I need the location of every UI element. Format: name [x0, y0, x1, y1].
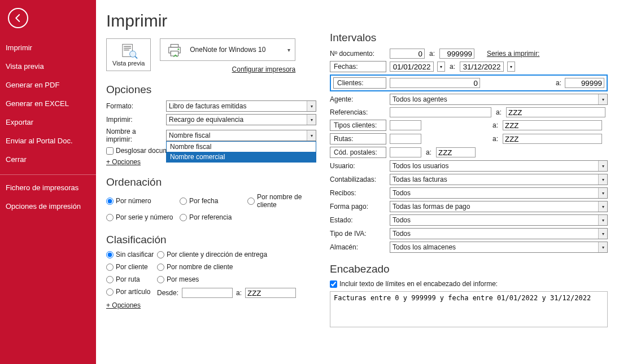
contab-value: Todas las facturas	[393, 176, 447, 183]
fechas-button[interactable]: Fechas:	[330, 61, 386, 72]
configure-printer-link[interactable]: Configurar impresora	[160, 65, 295, 73]
a-label: a:	[496, 108, 502, 116]
codpostales-button[interactable]: Cód. postales:	[330, 147, 386, 158]
left-column: Imprimir Vista previa	[106, 8, 316, 356]
cls-desde-label: Desde:	[157, 289, 178, 297]
nombre-dropdown[interactable]: Nombre fiscal ▾ Nombre fiscal Nombre com…	[166, 130, 316, 141]
ref-from-input[interactable]	[390, 107, 491, 117]
svg-point-8	[178, 49, 180, 50]
estado-value: Todos	[393, 216, 411, 224]
ord-radio-referencia[interactable]	[180, 214, 187, 221]
almacen-dropdown[interactable]: Todos los almacenes ▾	[390, 242, 608, 253]
vista-previa-button[interactable]: Vista previa	[106, 38, 151, 71]
tipoiva-dropdown[interactable]: Todos ▾	[390, 228, 608, 239]
imprimir-dropdown[interactable]: Recargo de equivalencia ▾	[166, 114, 316, 125]
ord-label-nombre: Por nombre de cliente	[257, 193, 316, 209]
back-button[interactable]	[8, 8, 28, 28]
cls-desde-input[interactable]	[182, 288, 233, 298]
arrow-left-icon	[13, 13, 23, 23]
contab-label: Contabilizadas:	[330, 176, 386, 183]
opciones-expand-link[interactable]: + Opciones	[106, 158, 141, 166]
sidebar-item-vista-previa[interactable]: Vista previa	[0, 57, 96, 76]
ndoc-label: Nº documento:	[330, 50, 386, 58]
chevron-down-icon: ▾	[287, 47, 290, 53]
fecha-from-picker[interactable]: ▾	[437, 62, 445, 72]
desglosar-label: Desglosar docum	[116, 147, 168, 155]
nombre-label: Nombre a imprimir:	[106, 128, 163, 143]
tipos-button[interactable]: Tipos clientes:	[330, 120, 386, 131]
a-label: a:	[426, 148, 431, 156]
sidebar-item-portal[interactable]: Enviar al Portal Doc.	[0, 131, 96, 150]
formato-value: Libro de facturas emitidas	[169, 102, 246, 110]
ndoc-to-input[interactable]	[439, 49, 474, 59]
cls-radio-meses[interactable]	[157, 276, 164, 283]
ord-radio-nombre[interactable]	[247, 198, 255, 205]
estado-dropdown[interactable]: Todos ▾	[390, 214, 608, 226]
ref-to-input[interactable]	[506, 107, 605, 117]
desglosar-checkbox[interactable]	[106, 147, 114, 155]
ord-radio-fecha[interactable]	[180, 198, 187, 205]
cls-a-input[interactable]	[245, 288, 296, 298]
recibos-dropdown[interactable]: Todos ▾	[390, 187, 608, 199]
clasificacion-heading: Clasificación	[106, 234, 316, 246]
a-label: a:	[492, 121, 498, 129]
series-link[interactable]: Series a imprimir:	[487, 50, 539, 58]
chevron-down-icon: ▾	[598, 215, 607, 225]
encabezado-heading: Encabezado	[330, 263, 608, 275]
nombre-option-fiscal[interactable]: Nombre fiscal	[167, 142, 316, 152]
usuario-dropdown[interactable]: Todos los usuarios ▾	[390, 160, 608, 172]
contab-dropdown[interactable]: Todas las facturas ▾	[390, 174, 608, 185]
cls-radio-cliente[interactable]	[106, 264, 114, 271]
ord-label-fecha: Por fecha	[189, 197, 218, 205]
fecha-to-input[interactable]	[460, 62, 504, 72]
cls-radio-articulo[interactable]	[106, 288, 114, 296]
sidebar-item-cerrar[interactable]: Cerrar	[0, 150, 96, 169]
clientes-button[interactable]: Clientes:	[333, 77, 386, 89]
cls-radio-sinclasificar[interactable]	[106, 251, 114, 258]
agente-dropdown[interactable]: Todos los agentes ▾	[390, 94, 608, 105]
sidebar-item-excel[interactable]: Generar en EXCEL	[0, 94, 96, 113]
formato-dropdown[interactable]: Libro de facturas emitidas ▾	[166, 100, 316, 112]
chevron-down-icon: ▾	[598, 201, 607, 212]
cod-to-input[interactable]	[436, 147, 476, 157]
ord-radio-numero[interactable]	[106, 198, 114, 205]
cls-radio-nombre[interactable]	[157, 264, 164, 271]
formato-label: Formato:	[106, 102, 163, 110]
sidebar-item-exportar[interactable]: Exportar	[0, 113, 96, 131]
printer-selector[interactable]: OneNote for Windows 10 ▾	[160, 38, 295, 61]
forma-dropdown[interactable]: Todas las formas de pago ▾	[390, 201, 608, 212]
fecha-from-input[interactable]	[390, 62, 434, 72]
rutas-button[interactable]: Rutas:	[330, 133, 386, 144]
sidebar-item-pdf[interactable]: Generar en PDF	[0, 76, 96, 94]
sidebar-item-fichero[interactable]: Fichero de impresoras	[0, 178, 96, 197]
recibos-label: Recibos:	[330, 189, 386, 197]
ref-label: Referencias:	[330, 108, 386, 116]
cls-label-cliente-direccion: Por cliente y dirección de entrega	[167, 251, 267, 258]
clientes-to-input[interactable]	[565, 78, 604, 88]
svg-rect-1	[124, 46, 131, 47]
rutas-from-input[interactable]	[390, 134, 421, 144]
ndoc-from-input[interactable]	[390, 49, 425, 59]
tipos-to-input[interactable]	[503, 120, 602, 130]
ord-radio-serie[interactable]	[106, 214, 114, 221]
encabezado-textarea[interactable]	[330, 291, 608, 327]
clasificacion-expand-link[interactable]: + Opciones	[106, 301, 141, 309]
rutas-to-input[interactable]	[503, 134, 602, 144]
cls-label-ruta: Por ruta	[116, 275, 140, 283]
svg-rect-2	[124, 48, 131, 49]
fecha-to-picker[interactable]: ▾	[507, 62, 515, 72]
cls-radio-cliente-direccion[interactable]	[157, 251, 164, 258]
cls-radio-ruta[interactable]	[106, 276, 114, 283]
tipos-from-input[interactable]	[390, 120, 421, 130]
chevron-down-icon: ▾	[598, 94, 607, 104]
cls-label-meses: Por meses	[167, 275, 199, 283]
clientes-from-input[interactable]	[390, 78, 480, 88]
a-label: a:	[429, 50, 435, 58]
sidebar-item-imprimir[interactable]: Imprimir	[0, 38, 96, 57]
ordenacion-heading: Ordenación	[106, 176, 316, 188]
cod-from-input[interactable]	[390, 147, 421, 157]
agente-value: Todos los agentes	[393, 95, 447, 103]
incluir-checkbox[interactable]	[330, 280, 337, 288]
nombre-option-comercial[interactable]: Nombre comercial	[167, 152, 316, 162]
sidebar-item-opciones-impresion[interactable]: Opciones de impresión	[0, 197, 96, 216]
